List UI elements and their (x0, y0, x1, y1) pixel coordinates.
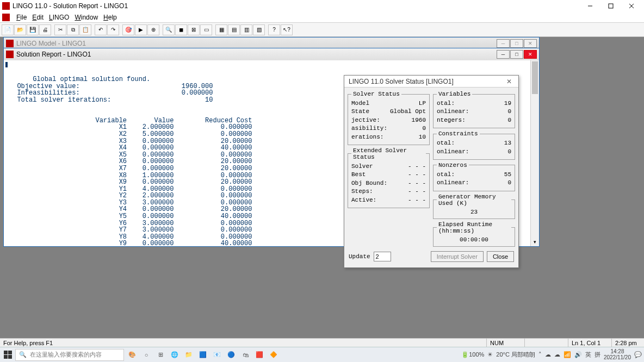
var-nl-label: onlinear: (437, 108, 469, 116)
feasibility-value: 0 (398, 124, 426, 133)
update-input[interactable] (374, 252, 391, 261)
close-dialog-button[interactable]: Close (487, 251, 514, 262)
tool-d-icon[interactable]: ▧ (253, 24, 265, 35)
model-window[interactable]: LINGO Model - LINGO1 ─ □ ✕ (3, 37, 540, 49)
report-min-button[interactable]: ─ (497, 50, 510, 59)
close-button[interactable] (621, 0, 642, 12)
go-icon[interactable]: ▶ (135, 24, 147, 35)
taskbar-search[interactable]: 🔍 在这里输入你要搜索的内容 (15, 349, 124, 361)
context-help-icon[interactable]: ↖? (281, 24, 293, 35)
report-titlebar[interactable]: Solution Report - LINGO1 ─ □ ✕ (4, 48, 539, 60)
memory-value: 23 (437, 209, 511, 215)
app5-icon[interactable]: 🔶 (268, 349, 280, 361)
new-icon[interactable]: 📄 (2, 24, 14, 35)
solve-icon[interactable]: 🎯 (122, 24, 134, 35)
con-nl-value: 0 (483, 148, 511, 156)
toolbar: 📄 📂 💾 🖨 ✂ ⧉ 📋 ↶ ↷ 🎯 ▶ ⊕ 🔍 ◼ ⊠ ▭ ▦ ▤ ▥ ▧ … (0, 23, 644, 37)
ext-bound-value: - - - (398, 179, 426, 188)
cortana-icon[interactable]: ○ (140, 349, 152, 361)
x-icon[interactable]: ⊠ (188, 24, 200, 35)
tray-chevron-icon[interactable]: ˄ (538, 351, 542, 358)
menu-lingo[interactable]: LINGO (49, 14, 69, 21)
network-icon[interactable]: 📶 (564, 351, 571, 358)
app4-icon[interactable]: 🟥 (253, 349, 265, 361)
objective-value: 1960 (398, 116, 426, 124)
scrollbar-down-icon[interactable]: ▾ (531, 238, 539, 246)
memory-group: Generator Memory Used (K) 23 (433, 194, 515, 219)
app1-icon[interactable]: 🟦 (197, 349, 209, 361)
menu-help[interactable]: Help (103, 14, 117, 21)
weather-icon[interactable]: ☀ (487, 351, 493, 358)
undo-icon[interactable]: ↶ (95, 24, 107, 35)
dialog-title: LINGO 11.0 Solver Status [LINGO1] (349, 78, 504, 85)
paste-icon[interactable]: 📋 (79, 24, 91, 35)
status-empty (524, 339, 568, 347)
ime-indicator[interactable]: 英 (585, 351, 591, 359)
interrupt-button[interactable]: Interrupt Solver (431, 251, 484, 262)
dialog-close-button[interactable]: ✕ (504, 78, 514, 85)
model-min-button[interactable]: ─ (497, 39, 510, 48)
var-int-label: ntegers: (437, 116, 466, 124)
maximize-button[interactable] (600, 0, 621, 12)
ext-best-value: - - - (398, 171, 426, 179)
open-icon[interactable]: 📂 (14, 24, 26, 35)
app3-icon[interactable]: 🔵 (225, 349, 237, 361)
save-icon[interactable]: 💾 (27, 24, 39, 35)
report-close-button[interactable]: ✕ (524, 50, 537, 59)
status-time: 2:28 pm (611, 339, 644, 347)
redo-icon[interactable]: ↷ (107, 24, 119, 35)
ext-steps-label: Steps: (351, 188, 373, 196)
report-title: Solution Report - LINGO1 (16, 51, 496, 58)
model-icon (6, 40, 14, 47)
tool-c-icon[interactable]: ▥ (240, 24, 252, 35)
help-icon[interactable]: ? (268, 24, 280, 35)
stop-icon[interactable]: ◼ (175, 24, 187, 35)
onedrive-icon[interactable]: ☁ (545, 351, 551, 358)
cut-icon[interactable]: ✂ (54, 24, 66, 35)
find-icon[interactable]: 🔍 (163, 24, 175, 35)
explorer-icon[interactable]: 📁 (183, 349, 195, 361)
scrollbar-thumb[interactable] (532, 61, 538, 94)
report-max-button[interactable]: □ (510, 50, 523, 59)
ime-indicator2[interactable]: 拼 (595, 351, 600, 359)
print-icon[interactable]: 🖨 (39, 24, 51, 35)
update-label: Update (349, 253, 370, 260)
window-title: LINGO 11.0 - Solution Report - LINGO1 (13, 2, 580, 10)
extended-legend: Extended Solver Status (351, 147, 426, 160)
widget-icon[interactable]: 🎨 (126, 349, 138, 361)
taskbar: 🔍 在这里输入你要搜索的内容 🎨 ○ ⊞ 🌐 📁 🟦 📧 🔵 🛍 🟥 🔶 🔋10… (0, 347, 644, 362)
menubar: File Edit LINGO Window Help (0, 12, 644, 23)
tool-a-icon[interactable]: ▦ (215, 24, 227, 35)
solver-status-dialog[interactable]: LINGO 11.0 Solver Status [LINGO1] ✕ Solv… (344, 75, 519, 268)
con-total-value: 13 (483, 139, 511, 147)
dialog-titlebar[interactable]: LINGO 11.0 Solver Status [LINGO1] ✕ (344, 76, 518, 88)
edge-icon[interactable]: 🌐 (169, 349, 181, 361)
window-icon[interactable]: ▭ (200, 24, 212, 35)
minimize-button[interactable] (580, 0, 600, 12)
var-total-value: 19 (483, 99, 511, 108)
model-max-button[interactable]: □ (510, 39, 523, 48)
ext-solver-value: - - - (398, 163, 426, 171)
model-close-button[interactable]: ✕ (524, 39, 537, 48)
menu-file[interactable]: File (16, 14, 27, 21)
notification-icon[interactable]: 💬 (634, 351, 642, 358)
volume-icon[interactable]: 🔊 (574, 351, 582, 358)
store-icon[interactable]: 🛍 (239, 349, 251, 361)
menu-edit[interactable]: Edit (32, 14, 44, 21)
ext-active-value: - - - (398, 196, 426, 204)
solver-status-legend: Solver Status (351, 91, 401, 97)
iterations-value: 10 (398, 133, 426, 141)
start-button[interactable] (2, 349, 13, 360)
taskview-icon[interactable]: ⊞ (154, 349, 166, 361)
brackets-icon[interactable]: ⊕ (147, 24, 159, 35)
nz-total-value: 55 (483, 171, 511, 179)
battery-icon[interactable]: 🔋100% (461, 351, 484, 358)
report-scrollbar[interactable]: ▾ (530, 60, 539, 246)
menu-window[interactable]: Window (75, 14, 98, 21)
cloud-icon[interactable]: ☁ (554, 351, 560, 358)
tool-b-icon[interactable]: ▤ (228, 24, 240, 35)
app2-icon[interactable]: 📧 (211, 349, 223, 361)
taskbar-clock[interactable]: 14:28 2022/11/20 (604, 349, 631, 360)
copy-icon[interactable]: ⧉ (67, 24, 79, 35)
battery-level: 100% (469, 351, 484, 358)
